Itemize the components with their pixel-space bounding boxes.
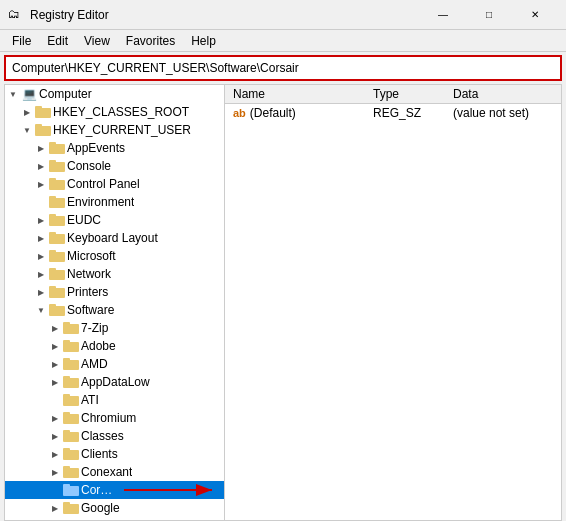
tree-label-conexant: Conexant [81,465,132,479]
folder-icon-console [49,158,65,174]
svg-rect-1 [35,108,51,118]
tree-label-appevents: AppEvents [67,141,125,155]
tree-item-printers[interactable]: ▶Printers [5,283,224,301]
expand-icon-chromium[interactable]: ▶ [49,412,61,424]
tree-item-controlpanel[interactable]: ▶Control Panel [5,175,224,193]
tree-item-microsoft[interactable]: ▶Microsoft [5,247,224,265]
tree-item-conexant[interactable]: ▶Conexant [5,463,224,481]
tree-item-environment[interactable]: Environment [5,193,224,211]
tree-item-hkcu[interactable]: ▼HKEY_CURRENT_USER [5,121,224,139]
svg-rect-13 [49,216,65,226]
minimize-button[interactable]: — [420,0,466,30]
tree-item-google[interactable]: ▶Google [5,499,224,517]
svg-rect-27 [63,342,79,352]
expand-icon-appevents[interactable]: ▶ [35,142,47,154]
tree-item-network[interactable]: ▶Network [5,265,224,283]
tree-item-ati[interactable]: ATI [5,391,224,409]
svg-rect-5 [49,144,65,154]
expand-icon-hkcr[interactable]: ▶ [21,106,33,118]
folder-icon-network [49,266,65,282]
tree-item-keyboardlayout[interactable]: ▶Keyboard Layout [5,229,224,247]
folder-icon-hkcu [35,122,51,138]
svg-rect-25 [63,324,79,334]
menu-edit[interactable]: Edit [39,32,76,50]
expand-icon-keyboardlayout[interactable]: ▶ [35,232,47,244]
expand-icon-amd[interactable]: ▶ [49,358,61,370]
folder-icon-printers [49,284,65,300]
menu-view[interactable]: View [76,32,118,50]
reg-type-icon: ab [233,107,246,119]
tree-item-computer[interactable]: ▼💻Computer [5,85,224,103]
registry-tree[interactable]: ▼💻Computer▶HKEY_CLASSES_ROOT▼HKEY_CURREN… [5,85,225,520]
folder-icon-appevents [49,140,65,156]
folder-icon-controlpanel [49,176,65,192]
tree-item-console[interactable]: ▶Console [5,157,224,175]
tree-item-adobe[interactable]: ▶Adobe [5,337,224,355]
expand-icon-conexant[interactable]: ▶ [49,466,61,478]
menu-file[interactable]: File [4,32,39,50]
col-header-data[interactable]: Data [445,85,561,104]
svg-rect-31 [63,378,79,388]
expand-icon-computer[interactable]: ▼ [7,88,19,100]
tree-label-hkcu: HKEY_CURRENT_USER [53,123,191,137]
expand-icon-appdatalow[interactable]: ▶ [49,376,61,388]
expand-icon-7zip[interactable]: ▶ [49,322,61,334]
svg-rect-7 [49,162,65,172]
tree-item-7zip[interactable]: ▶7-Zip [5,319,224,337]
expand-icon-eudc[interactable]: ▶ [35,214,47,226]
tree-item-eudc[interactable]: ▶EUDC [5,211,224,229]
expand-icon-console[interactable]: ▶ [35,160,47,172]
expand-icon-hkcu[interactable]: ▼ [21,124,33,136]
tree-item-chromium[interactable]: ▶Chromium [5,409,224,427]
tree-item-clients[interactable]: ▶Clients [5,445,224,463]
tree-item-hewlettpackard[interactable]: ▶Hewlett-Packard [5,517,224,520]
tree-label-network: Network [67,267,111,281]
address-path: Computer\HKEY_CURRENT_USER\Software\Cors… [12,61,299,75]
svg-rect-43 [63,486,79,496]
expand-icon-printers[interactable]: ▶ [35,286,47,298]
tree-label-environment: Environment [67,195,134,209]
tree-item-classes[interactable]: ▶Classes [5,427,224,445]
tree-item-appdatalow[interactable]: ▶AppDataLow [5,373,224,391]
tree-label-corsair: Corsair [81,483,116,497]
svg-rect-19 [49,270,65,280]
col-header-type[interactable]: Type [365,85,445,104]
table-row[interactable]: ab(Default)REG_SZ(value not set) [225,104,561,123]
value-type: REG_SZ [365,104,445,123]
expand-icon-software[interactable]: ▼ [35,304,47,316]
tree-item-software[interactable]: ▼Software [5,301,224,319]
maximize-button[interactable]: □ [466,0,512,30]
col-header-name[interactable]: Name [225,85,365,104]
tree-label-computer: Computer [39,87,92,101]
expand-icon-controlpanel[interactable]: ▶ [35,178,47,190]
tree-label-adobe: Adobe [81,339,116,353]
tree-label-console: Console [67,159,111,173]
corsair-arrow-indicator [124,483,224,497]
folder-icon-adobe [63,338,79,354]
expand-icon-microsoft[interactable]: ▶ [35,250,47,262]
folder-icon-microsoft [49,248,65,264]
folder-icon-google [63,500,79,516]
tree-item-hkcr[interactable]: ▶HKEY_CLASSES_ROOT [5,103,224,121]
expand-icon-classes[interactable]: ▶ [49,430,61,442]
close-button[interactable]: ✕ [512,0,558,30]
menu-help[interactable]: Help [183,32,224,50]
svg-rect-39 [63,450,79,460]
value-name: ab(Default) [225,104,365,123]
tree-item-appevents[interactable]: ▶AppEvents [5,139,224,157]
tree-label-chromium: Chromium [81,411,136,425]
expand-icon-adobe[interactable]: ▶ [49,340,61,352]
address-bar[interactable]: Computer\HKEY_CURRENT_USER\Software\Cors… [4,55,562,81]
tree-item-amd[interactable]: ▶AMD [5,355,224,373]
expand-icon-network[interactable]: ▶ [35,268,47,280]
folder-icon-hkcr [35,104,51,120]
tree-label-7zip: 7-Zip [81,321,108,335]
menu-favorites[interactable]: Favorites [118,32,183,50]
title-bar-controls: — □ ✕ [420,0,558,30]
folder-icon-clients [63,446,79,462]
expand-icon-clients[interactable]: ▶ [49,448,61,460]
expand-icon-google[interactable]: ▶ [49,502,61,514]
title-bar-text: Registry Editor [30,8,109,22]
tree-item-corsair[interactable]: Corsair [5,481,224,499]
folder-icon-hewlettpackard [63,518,79,520]
